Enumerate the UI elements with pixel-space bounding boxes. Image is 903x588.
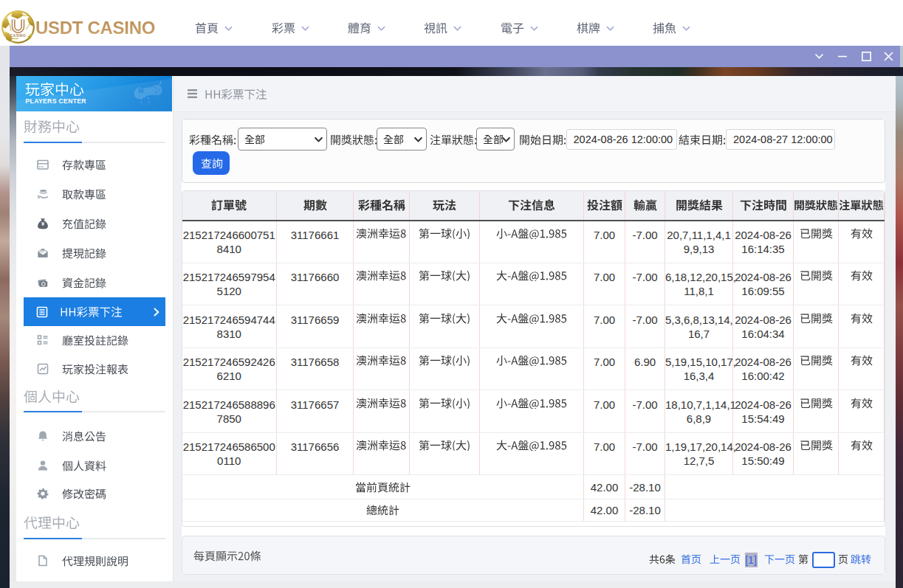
svg-text:CASINO: CASINO (10, 34, 26, 38)
